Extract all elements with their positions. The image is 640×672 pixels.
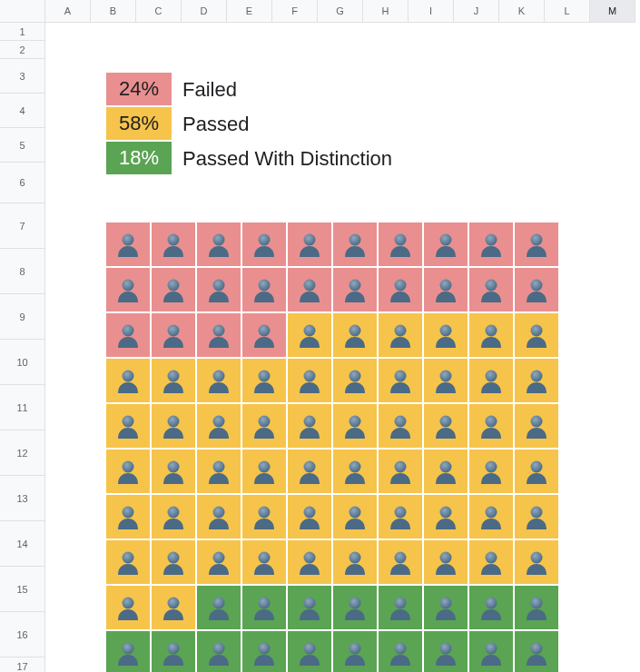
svg-point-85 <box>350 598 361 609</box>
row-header[interactable]: 1 <box>0 23 45 41</box>
svg-point-31 <box>168 371 180 382</box>
waffle-cell <box>469 313 513 357</box>
column-header[interactable]: B <box>91 0 136 23</box>
waffle-cell <box>197 540 241 584</box>
waffle-cell <box>515 359 558 402</box>
waffle-cell <box>469 495 513 539</box>
waffle-cell <box>152 540 195 584</box>
person-icon <box>434 595 458 620</box>
svg-point-5 <box>350 234 361 246</box>
row-header[interactable]: 2 <box>0 41 45 59</box>
waffle-cell <box>106 450 150 493</box>
waffle-cell <box>379 450 422 493</box>
svg-point-0 <box>123 234 134 246</box>
person-icon <box>343 277 367 302</box>
svg-point-77 <box>440 552 452 564</box>
svg-point-72 <box>213 552 225 564</box>
person-icon <box>434 549 458 575</box>
person-icon <box>207 368 231 393</box>
person-icon <box>525 459 548 484</box>
column-header[interactable]: K <box>499 0 545 23</box>
column-header[interactable]: A <box>45 0 91 23</box>
row-header[interactable]: 14 <box>0 521 45 567</box>
row-header[interactable]: 9 <box>0 294 45 340</box>
person-icon <box>479 277 503 302</box>
waffle-cell <box>469 540 513 584</box>
svg-point-7 <box>440 234 452 246</box>
person-icon <box>116 459 140 484</box>
row-header[interactable]: 4 <box>0 94 45 128</box>
row-header[interactable]: 12 <box>0 430 45 476</box>
person-icon <box>207 640 231 666</box>
person-icon <box>343 504 367 529</box>
svg-point-2 <box>213 234 225 246</box>
row-header[interactable]: 17 <box>0 657 45 672</box>
person-icon <box>298 595 321 620</box>
row-header[interactable]: 16 <box>0 612 45 657</box>
svg-point-23 <box>259 325 271 337</box>
waffle-cell <box>379 631 422 672</box>
select-all-corner[interactable] <box>0 0 45 23</box>
column-header[interactable]: J <box>454 0 499 23</box>
waffle-cell <box>288 222 331 266</box>
row-header[interactable]: 8 <box>0 249 45 294</box>
person-icon <box>207 595 231 620</box>
person-icon <box>252 459 276 484</box>
column-header[interactable]: I <box>409 0 454 23</box>
row-header[interactable]: 11 <box>0 385 45 430</box>
waffle-cell <box>288 404 331 448</box>
svg-point-73 <box>259 552 271 564</box>
svg-point-12 <box>213 280 225 292</box>
waffle-cell <box>152 495 195 539</box>
waffle-cell <box>379 586 422 629</box>
svg-point-44 <box>304 416 316 428</box>
svg-point-52 <box>213 461 225 473</box>
svg-point-55 <box>350 461 361 473</box>
row-header[interactable]: 15 <box>0 567 45 612</box>
grid-area[interactable]: 24%Failed58%Passed18%Passed With Distinc… <box>45 23 640 672</box>
svg-point-81 <box>168 598 180 609</box>
waffle-chart <box>106 222 558 672</box>
svg-point-50 <box>123 461 134 473</box>
waffle-cell <box>197 268 241 311</box>
waffle-cell <box>469 268 513 311</box>
svg-point-89 <box>531 598 543 609</box>
person-icon <box>525 640 548 666</box>
column-header[interactable]: L <box>545 0 590 23</box>
row-header[interactable]: 5 <box>0 128 45 163</box>
waffle-cell <box>288 268 331 311</box>
waffle-cell <box>515 586 558 629</box>
row-header[interactable]: 6 <box>0 163 45 203</box>
row-header[interactable]: 3 <box>0 59 45 94</box>
waffle-cell <box>424 359 468 402</box>
person-icon <box>298 413 321 439</box>
waffle-cell <box>106 631 150 672</box>
row-header[interactable]: 7 <box>0 203 45 249</box>
column-header[interactable]: F <box>272 0 318 23</box>
person-icon <box>207 413 231 439</box>
column-header[interactable]: G <box>318 0 363 23</box>
waffle-cell <box>288 586 331 629</box>
person-icon <box>252 595 276 620</box>
column-header[interactable]: C <box>136 0 182 23</box>
svg-point-34 <box>304 371 316 382</box>
svg-point-63 <box>259 507 271 519</box>
person-icon <box>343 413 367 439</box>
row-header[interactable]: 13 <box>0 476 45 521</box>
waffle-cell <box>424 268 468 311</box>
svg-point-71 <box>168 552 180 564</box>
person-icon <box>525 277 548 302</box>
column-header[interactable]: D <box>182 0 227 23</box>
person-icon <box>116 413 140 439</box>
person-icon <box>479 413 503 439</box>
row-header[interactable]: 10 <box>0 340 45 385</box>
column-header[interactable]: H <box>363 0 409 23</box>
waffle-cell <box>424 495 468 539</box>
column-header[interactable]: E <box>227 0 272 23</box>
column-header[interactable]: M <box>590 0 635 23</box>
svg-point-24 <box>304 325 316 337</box>
person-icon <box>525 368 548 393</box>
person-icon <box>343 368 367 393</box>
waffle-cell <box>333 268 377 311</box>
legend-row: 24%Failed <box>106 73 392 107</box>
